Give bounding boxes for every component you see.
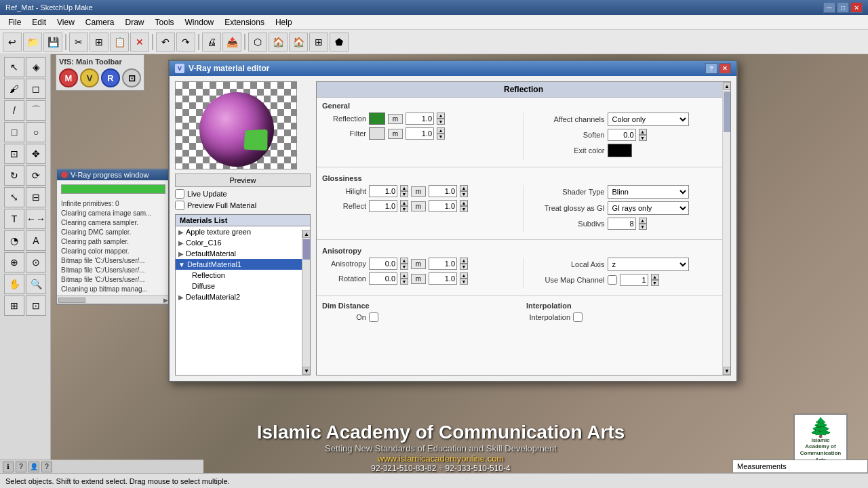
dim-on-checkbox[interactable] — [369, 312, 378, 322]
anisotropy-input2[interactable] — [429, 258, 457, 270]
zoom-extents-tool[interactable]: ⊡ — [26, 296, 46, 316]
preview-button[interactable]: Preview — [175, 174, 311, 187]
use-map-channel-checkbox[interactable] — [608, 275, 617, 285]
component-tool[interactable]: ◈ — [26, 57, 46, 77]
progress-scrollbar[interactable]: ▶ — [57, 296, 170, 304]
rotate-tool[interactable]: ↻ — [4, 165, 24, 186]
bottom-help-btn[interactable]: ? — [41, 462, 52, 472]
reflection-spin-down[interactable]: ▼ — [437, 119, 445, 125]
mat-help-button[interactable]: ? — [705, 63, 717, 74]
reflect-input2[interactable] — [429, 200, 457, 212]
scroll-thumb[interactable] — [303, 239, 310, 260]
scroll-down-button[interactable]: ▼ — [302, 367, 311, 375]
hilight-spin-up1[interactable]: ▲ — [400, 185, 408, 191]
soften-spin-down[interactable]: ▼ — [639, 135, 647, 141]
mat-item-color-c16[interactable]: ▶ Color_C16 — [176, 237, 310, 248]
maximize-button[interactable]: □ — [837, 2, 849, 13]
minimize-button[interactable]: ─ — [823, 2, 835, 13]
reflect-spin-down2[interactable]: ▼ — [460, 206, 468, 212]
toolbar-copy[interactable]: ⊞ — [90, 33, 108, 52]
hilight-input2[interactable] — [429, 185, 457, 197]
eraser-tool[interactable]: ◻ — [26, 79, 46, 99]
affect-channels-select[interactable]: Color only All channels Color+alpha — [608, 113, 689, 126]
filter-spin-up[interactable]: ▲ — [437, 127, 445, 134]
menu-camera[interactable]: Camera — [80, 16, 120, 28]
aniso-spin-down2[interactable]: ▼ — [460, 264, 468, 270]
panel-scroll-down[interactable]: ▼ — [723, 367, 731, 375]
rot-spin-down1[interactable]: ▼ — [400, 279, 408, 285]
paint-tool[interactable]: 🖌 — [4, 79, 24, 99]
map-ch-spin-up[interactable]: ▲ — [651, 274, 659, 280]
toolbar-model5[interactable]: ⬟ — [330, 33, 349, 52]
vfs-m-button[interactable]: M — [59, 68, 78, 87]
bottom-info-btn2[interactable]: ? — [16, 462, 26, 472]
pencil-tool[interactable]: / — [4, 100, 24, 121]
menu-view[interactable]: View — [52, 16, 80, 28]
mat-item-default-mat2[interactable]: ▶ DefaultMaterial2 — [176, 291, 310, 302]
toolbar-open[interactable]: 📁 — [23, 33, 42, 52]
menu-tools[interactable]: Tools — [150, 16, 180, 28]
move-tool[interactable]: ✥ — [26, 144, 46, 164]
vfs-r-button[interactable]: R — [101, 68, 120, 87]
mat-close-button[interactable]: ✕ — [719, 63, 731, 74]
text-tool[interactable]: A — [26, 230, 46, 251]
reflect-spin-down1[interactable]: ▼ — [400, 206, 408, 212]
orbit-tool[interactable]: ⊙ — [26, 252, 46, 272]
mat-item-reflection[interactable]: Reflection — [176, 270, 310, 281]
full-material-checkbox[interactable] — [175, 201, 184, 210]
toolbar-save[interactable]: 💾 — [43, 33, 62, 52]
axis-tool[interactable]: ⊕ — [4, 252, 24, 272]
local-axis-select[interactable]: x y z — [608, 258, 689, 271]
menu-help[interactable]: Help — [270, 16, 298, 28]
reflection-value-input[interactable] — [406, 113, 434, 125]
zoom-tool[interactable]: 🔍 — [26, 274, 46, 294]
tape-tool[interactable]: T — [4, 209, 24, 229]
soften-input[interactable] — [608, 129, 636, 141]
rotation-input2[interactable] — [429, 272, 457, 285]
menu-edit[interactable]: Edit — [26, 16, 52, 28]
panel-scroll-thumb[interactable] — [724, 92, 730, 132]
map-ch-spin-down[interactable]: ▼ — [651, 280, 659, 286]
menu-extensions[interactable]: Extensions — [219, 16, 270, 28]
rot-spin-up2[interactable]: ▲ — [460, 272, 468, 279]
filter-color-swatch[interactable] — [369, 127, 385, 140]
scroll-up-button[interactable]: ▲ — [302, 230, 311, 238]
rot-spin-up1[interactable]: ▲ — [400, 272, 408, 279]
bottom-person-btn[interactable]: 👤 — [28, 462, 39, 472]
panel-scroll-up[interactable]: ▲ — [723, 82, 731, 90]
aniso-spin-up1[interactable]: ▲ — [400, 258, 408, 264]
follow-tool[interactable]: ⟳ — [26, 165, 46, 186]
progress-close-btn[interactable] — [61, 171, 68, 178]
live-update-checkbox[interactable] — [175, 189, 184, 199]
mat-item-apple-texture[interactable]: ▶ Apple texture green — [176, 226, 310, 237]
filter-spin-down[interactable]: ▼ — [437, 134, 445, 140]
soften-spin-up[interactable]: ▲ — [639, 129, 647, 135]
push-tool[interactable]: ⊡ — [4, 144, 24, 164]
rotation-map-btn[interactable]: m — [411, 274, 426, 284]
materials-list-body[interactable]: ▶ Apple texture green ▶ Color_C16 ▶ Defa… — [176, 226, 310, 371]
toolbar-arrow[interactable]: ↩ — [3, 33, 22, 52]
progress-scroll-right[interactable]: ▶ — [163, 297, 168, 304]
hilight-spin-down1[interactable]: ▼ — [400, 191, 408, 197]
reflection-map-btn[interactable]: m — [388, 114, 403, 124]
rot-spin-down2[interactable]: ▼ — [460, 279, 468, 285]
vfs-extra-button[interactable]: ⊡ — [122, 68, 141, 87]
toolbar-redo[interactable]: ↷ — [176, 33, 195, 52]
toolbar-undo[interactable]: ↶ — [156, 33, 175, 52]
toolbar-model2[interactable]: 🏠 — [269, 33, 288, 52]
hilight-spin-down2[interactable]: ▼ — [460, 191, 468, 197]
toolbar-cut[interactable]: ✂ — [69, 33, 88, 52]
aniso-spin-down1[interactable]: ▼ — [400, 264, 408, 270]
menu-window[interactable]: Window — [180, 16, 220, 28]
arc-tool[interactable]: ⌒ — [26, 100, 46, 121]
select-tool[interactable]: ↖ — [4, 57, 24, 77]
treat-glossy-select[interactable]: GI rays only Always Never — [608, 201, 689, 215]
reflect-spin-up1[interactable]: ▲ — [400, 200, 408, 206]
shader-type-select[interactable]: Blinn Phong Ward — [608, 185, 689, 199]
subdivs-spin-up[interactable]: ▲ — [639, 218, 647, 224]
toolbar-paste[interactable]: 📋 — [110, 33, 129, 52]
exit-color-swatch[interactable] — [608, 144, 632, 157]
reflect-map-btn[interactable]: m — [411, 201, 426, 211]
menu-file[interactable]: File — [3, 16, 26, 28]
protractor-tool[interactable]: ◔ — [4, 230, 24, 251]
